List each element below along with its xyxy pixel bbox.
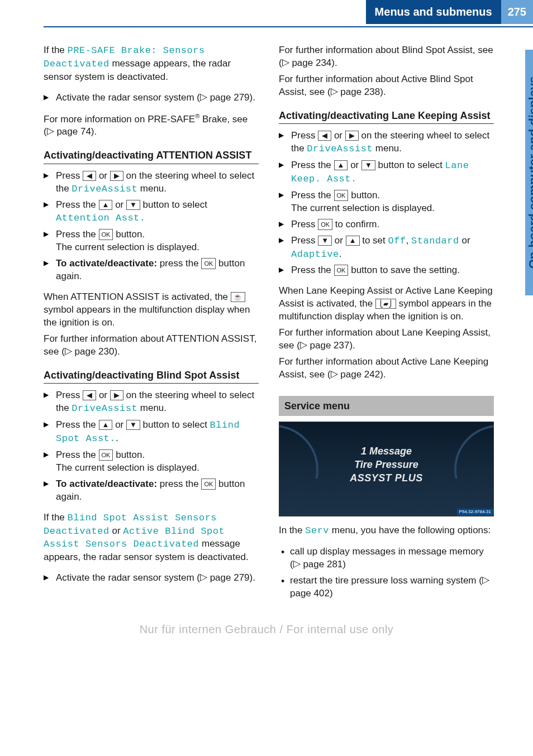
para-presafe-info: For more information on PRE-SAFE® Brake,… [44,112,259,139]
dash-line-3: ASSYST PLUS [279,471,493,485]
right-arrow-key: ▶ [110,171,123,181]
step-bs-4: To activate/deactivate: press the OK but… [44,478,259,504]
watermark: Nur für internen Gebrauch / For internal… [0,622,533,637]
thumb-label: On-board computer and displays [525,76,533,269]
up-arrow-key: ▲ [99,420,113,430]
right-arrow-key: ▶ [345,131,359,141]
step-lk-4: Press OK to confirm. [279,218,494,231]
para-active-bs-info: For further information about Active Bli… [279,73,494,99]
dash-line-1: 1 Message [279,444,493,458]
step-lk-2: Press the ▲ or ▼ button to select Lane K… [279,159,494,186]
pageref-icon: ▷ [200,92,207,102]
serv-option-tire: restart the tire pressure loss warning s… [279,575,494,600]
pageref-icon: ▷ [200,572,207,582]
para-bs-deactivated: If the Blind Spot Assist Sensors Deactiv… [44,511,259,564]
para-att-info: For further information about ATTENTION … [44,333,259,358]
coffee-cup-icon: ☕ [231,292,245,302]
step-bs-2: Press the ▲ or ▼ button to select Blind … [44,419,259,446]
heading-rule [44,383,259,384]
pageref-icon: ▷ [482,575,489,585]
para-presafe-msg: If the PRE-SAFE Brake: Sensors Deactivat… [44,44,259,84]
up-arrow-key: ▲ [99,200,113,210]
instrument-cluster-image: 1 Message Tire Pressure ASSYST PLUS P54.… [279,422,494,516]
down-arrow-key: ▼ [126,420,140,430]
pageref-icon: ▷ [331,369,338,379]
column-left: If the PRE-SAFE Brake: Sensors Deactivat… [44,44,259,608]
para-bs-info: For further information about Blind Spot… [279,44,494,70]
display-text-attention-asst: Attention Asst. [56,213,146,223]
dash-line-2: Tire Pressure [279,458,493,471]
heading-rule [279,123,494,124]
heading-attention-assist: Activating/deactivating ATTENTION ASSIST [44,149,259,162]
step-activate-radar-1: Activate the radar sensor system (▷ page… [44,92,259,104]
ok-key: OK [318,219,332,230]
pageref-icon: ▷ [293,558,301,569]
display-text-driveassist: DriveAssist [72,184,137,194]
step-lk-1: Press ◀ or ▶ on the steering wheel to se… [279,130,494,156]
ok-key: OK [334,190,349,201]
heading-rule [44,164,259,164]
display-text-adaptive: Adaptive [291,249,339,260]
image-code: P54.32-9784-31 [457,509,493,516]
display-text-driveassist: DriveAssist [72,403,137,414]
step-att-4: To activate/deactivate: press the OK but… [44,257,259,283]
right-arrow-key: ▶ [110,390,123,400]
up-arrow-key: ▲ [334,160,348,170]
ok-key: OK [334,265,349,276]
step-lk-6: Press the OK button to save the setting. [279,264,494,277]
para-serv-intro: In the Serv menu, you have the following… [279,524,494,538]
step-lk-5: Press ▼ or ▲ to set Off, Standard or Ada… [279,235,494,261]
display-text-driveassist: DriveAssist [307,143,373,154]
para-att-activated: When ATTENTION ASSIST is activated, the … [44,291,259,329]
section-service-menu: Service menu [279,396,494,416]
left-arrow-key: ◀ [83,171,96,181]
step-att-2: Press the ▲ or ▼ button to select Attent… [44,199,259,225]
page-header: Menus and submenus 275 [0,0,533,24]
header-title: Menus and submenus [366,0,501,24]
column-right: For further information about Blind Spot… [279,44,494,608]
up-arrow-key: ▲ [346,236,360,246]
down-arrow-key: ▼ [126,200,140,210]
step-bs-3: Press the OK button. The current selecti… [44,449,259,475]
step-att-3: Press the OK button. The current selecti… [44,228,259,254]
step-lk-3: Press the OK button. The current selecti… [279,189,494,215]
pageref-icon: ▷ [65,346,72,356]
step-bs-1: Press ◀ or ▶ on the steering wheel to se… [44,389,259,415]
down-arrow-key: ▼ [318,236,332,246]
ok-key: OK [201,479,216,490]
serv-option-messages: call up display messages in message memo… [279,546,494,571]
para-lk-info: For further information about Lane Keepi… [279,327,494,352]
pageref-icon: ▷ [47,126,54,136]
pageref-icon: ▷ [331,86,338,97]
lane-assist-icon: ⎩▰⎭ [375,299,396,309]
left-arrow-key: ◀ [83,390,96,400]
header-page-number: 275 [501,0,533,24]
pageref-icon: ▷ [300,339,307,350]
display-text-standard: Standard [411,236,459,246]
para-active-lk-info: For further information about Active Lan… [279,356,494,381]
display-text-serv: Serv [305,525,329,536]
heading-blind-spot: Activating/deactivating Blind Spot Assis… [44,369,259,382]
para-lk-activated: When Lane Keeping Assist or Active Lane … [279,285,494,323]
thumb-tab: On-board computer and displays [508,50,533,295]
ok-key: OK [99,449,113,461]
left-arrow-key: ◀ [318,131,331,141]
down-arrow-key: ▼ [361,160,375,170]
display-text-off: Off [388,236,406,246]
pageref-icon: ▷ [282,57,289,68]
ok-key: OK [99,229,113,240]
step-att-1: Press ◀ or ▶ on the steering wheel to se… [44,170,259,196]
step-activate-radar-2: Activate the radar sensor system (▷ page… [44,572,259,585]
ok-key: OK [201,258,216,269]
heading-lane-keeping: Activating/deactivating Lane Keeping Ass… [279,109,494,122]
